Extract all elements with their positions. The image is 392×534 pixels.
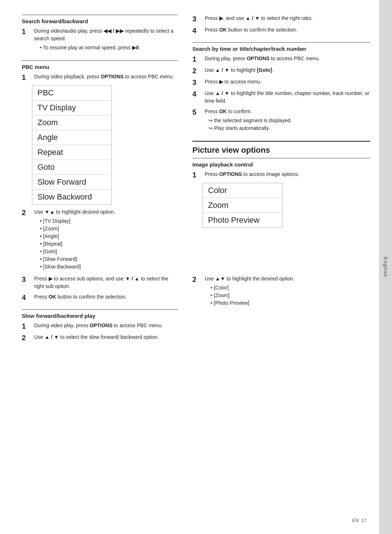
step-1-pbc: 1 During video playback, press OPTIONS t…: [22, 73, 178, 82]
picture-section-title: Picture view options: [192, 141, 370, 155]
footer-page: 17: [362, 518, 367, 523]
step-number: 3: [192, 15, 203, 23]
button-label: OPTIONS: [90, 323, 113, 328]
step-3-ratio: 3 Press ▶, and use ▲ / ▼ to select the r…: [192, 15, 370, 23]
step-number: 1: [22, 322, 32, 330]
step-number: 3: [22, 275, 32, 284]
picture-section: Picture view options Image playback cont…: [192, 141, 370, 308]
search-section: Search forward/backward 1 During video/a…: [22, 15, 178, 53]
step-2-slow: 2 Use ▲ / ▼ to select the slow forward/ …: [22, 333, 178, 342]
step-content: Press ▶ to access sub options, and use ▼…: [34, 275, 178, 290]
step-content: Press OK button to confirm the selection…: [34, 293, 178, 301]
slow-section-title: Slow forward/backword play: [22, 309, 178, 319]
list-item: [Color]: [211, 284, 370, 292]
step-content: During video play, press OPTIONS to acce…: [34, 322, 178, 329]
step-2-picture: 2 Use ▲▼ to highlight the desired option…: [192, 275, 370, 308]
list-item: the selected segment is displayed.: [208, 117, 370, 124]
step-content: Press OK to confirm. the selected segmen…: [205, 108, 370, 134]
list-item: [Photo Preview]: [211, 299, 370, 307]
step-number: 1: [192, 171, 203, 179]
step-content: Use ▲ / ▼ to select the slow forward/ ba…: [34, 333, 178, 341]
step-2-pbc: 2 Use ▼▲ to highlight desired option. [T…: [22, 208, 178, 272]
step-number: 1: [22, 27, 32, 36]
step-content: During video playback, press OPTIONS to …: [34, 73, 178, 81]
list-item: [Slow Forward]: [40, 255, 178, 263]
button-label: OK: [219, 27, 227, 33]
menu-item-angle: Angle: [32, 130, 111, 145]
empty-area: [192, 231, 370, 275]
step-number: 5: [192, 108, 203, 116]
list-item: [Zoom]: [211, 292, 370, 299]
step-number: 4: [22, 293, 32, 302]
menu-item-pbc: PBC: [32, 86, 111, 100]
menu-item-zoom: Zoom: [203, 198, 282, 213]
button-label: ▶: [49, 276, 53, 282]
list-item: [Angle]: [40, 233, 178, 240]
button-label: OPTIONS: [247, 56, 270, 61]
step-content: Use ▲ / ▼ to highlight [Goto].: [205, 66, 370, 74]
button-label: OK: [219, 108, 227, 114]
button-label: OPTIONS: [219, 171, 242, 177]
step-number: 3: [192, 78, 203, 87]
button-label: ▲ / ▼: [215, 67, 229, 73]
menu-item-zoom: Zoom: [32, 115, 111, 130]
menu-item-photo-preview: Photo Preview: [203, 213, 282, 227]
bullet-list: [Color] [Zoom] [Photo Preview]: [211, 284, 370, 307]
slow-section: Slow forward/backword play 1 During vide…: [22, 309, 178, 342]
step-1-search: 1 During video/audio play, press ◀◀ / ▶▶…: [22, 27, 178, 53]
step-2-time: 2 Use ▲ / ▼ to highlight [Goto].: [192, 66, 370, 75]
step-number: 1: [192, 55, 203, 63]
step-1-picture: 1 Press OPTIONS to access image options.: [192, 171, 370, 179]
step-number: 2: [192, 66, 203, 75]
button-label: ▶II: [132, 45, 139, 50]
menu-item-slow-backword: Slow Backword: [32, 190, 111, 204]
search-time-title: Search by time or title/chapter/track nu…: [192, 42, 370, 52]
step-number: 2: [22, 208, 32, 217]
search-time-section: Search by time or title/chapter/track nu…: [192, 42, 370, 134]
button-label: ▲ / ▼: [245, 15, 260, 21]
list-item: Play starts automatically.: [208, 124, 370, 132]
pbc-section-title: PBC menu: [22, 60, 178, 70]
bullet-list: To resume play at normal speed, press ▶I…: [40, 44, 178, 52]
menu-item-color: Color: [203, 183, 282, 198]
list-item: [Repeat]: [40, 240, 178, 248]
search-section-title: Search forward/backward: [22, 15, 178, 24]
pbc-menu-box: PBC TV Display Zoom Angle Repeat Goto Sl…: [32, 85, 112, 205]
step-4-pbc: 4 Press OK button to confirm the selecti…: [22, 293, 178, 302]
step-content: Use ▲▼ to highlight the desired option. …: [205, 275, 370, 308]
step-content: Press ▶, and use ▲ / ▼ to select the rig…: [205, 15, 370, 22]
step-content: Use ▼▲ to highlight desired option. [TV …: [34, 208, 178, 272]
ratio-steps-section: 3 Press ▶, and use ▲ / ▼ to select the r…: [192, 15, 370, 35]
step-content: Press OPTIONS to access image options.: [205, 171, 370, 178]
arrow-list: the selected segment is displayed. Play …: [208, 117, 370, 132]
button-label: ▲▼: [215, 276, 225, 282]
step-number: 4: [192, 90, 203, 98]
image-menu-box: Color Zoom Photo Preview: [203, 183, 282, 228]
list-item: [Goto]: [40, 248, 178, 255]
button-label: ▼▲: [45, 209, 55, 215]
step-1-time: 1 During play, press OPTIONS to access P…: [192, 55, 370, 63]
button-label: ▲ / ▼: [215, 90, 229, 96]
page: Search forward/backward 1 During video/a…: [0, 0, 392, 534]
menu-item-repeat: Repeat: [32, 145, 111, 160]
menu-item-goto: Goto: [32, 160, 111, 175]
step-1-slow: 1 During video play, press OPTIONS to ac…: [22, 322, 178, 330]
step-content: During play, press OPTIONS to access PBC…: [205, 55, 370, 62]
sidebar-english: English: [379, 0, 392, 534]
button-label: ▶: [219, 15, 223, 21]
button-label: ◀◀ / ▶▶: [103, 28, 124, 34]
list-item: [TV Display]: [40, 217, 178, 225]
button-label: OPTIONS: [101, 74, 124, 79]
menu-item-tv-display: TV Display: [32, 100, 111, 115]
step-number: 2: [22, 333, 32, 342]
step-3-pbc: 3 Press ▶ to access sub options, and use…: [22, 275, 178, 290]
pbc-section: PBC menu 1 During video playback, press …: [22, 60, 178, 302]
step-5-time: 5 Press OK to confirm. the selected segm…: [192, 108, 370, 134]
list-item: [Zoom]: [40, 225, 178, 233]
bullet-list: [TV Display] [Zoom] [Angle] [Repeat] [Go…: [40, 217, 178, 271]
highlight-label: [Goto]: [257, 67, 272, 73]
button-label: OK: [49, 294, 56, 300]
step-content: Press OK button to confirm the selection…: [205, 26, 370, 34]
button-label: ▼ / ▲: [125, 276, 139, 282]
step-content: Use ▲ / ▼ to highlight the title number,…: [205, 90, 370, 105]
